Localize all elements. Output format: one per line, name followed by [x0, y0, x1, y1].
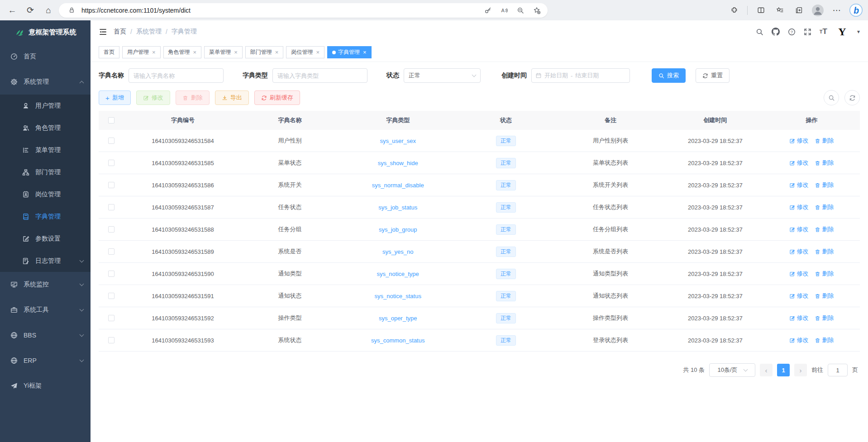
add-button[interactable]: + 新增	[99, 90, 131, 105]
tab-home[interactable]: 首页	[99, 46, 119, 58]
extensions-icon[interactable]	[726, 3, 742, 18]
browser-reload-icon[interactable]: ⟳	[23, 3, 38, 18]
row-edit-link[interactable]: 修改	[789, 181, 808, 189]
row-edit-link[interactable]: 修改	[789, 314, 808, 322]
row-delete-link[interactable]: 删除	[815, 225, 834, 233]
row-checkbox[interactable]	[108, 182, 114, 188]
refresh-cache-button[interactable]: 刷新缓存	[254, 90, 300, 105]
row-edit-link[interactable]: 修改	[789, 225, 808, 233]
tab-close-icon[interactable]: ×	[234, 49, 238, 56]
prev-page-button[interactable]: ‹	[760, 364, 773, 376]
sidebar-item-system-monitor[interactable]: 系统监控	[0, 272, 91, 297]
help-icon[interactable]: ?	[788, 28, 796, 36]
dict-type-link[interactable]: sys_normal_disable	[372, 182, 424, 189]
sidebar-collapse-icon[interactable]	[99, 28, 107, 36]
row-checkbox[interactable]	[108, 271, 114, 277]
row-delete-link[interactable]: 删除	[815, 159, 834, 167]
user-avatar-logo[interactable]: Y	[835, 25, 849, 38]
dict-type-link[interactable]: sys_show_hide	[378, 160, 418, 166]
row-edit-link[interactable]: 修改	[789, 137, 808, 145]
fullscreen-icon[interactable]	[804, 28, 811, 36]
sidebar-item-system-tools[interactable]: 系统工具	[0, 297, 91, 323]
breadcrumb-item[interactable]: 系统管理	[136, 28, 162, 36]
reset-button[interactable]: 重置	[696, 68, 730, 83]
dict-type-link[interactable]: sys_job_group	[379, 226, 417, 233]
split-screen-icon[interactable]	[753, 3, 768, 18]
sidebar-item-user-mgmt[interactable]: 用户管理	[0, 95, 91, 117]
collections-icon[interactable]	[791, 3, 806, 18]
sidebar-item-dict-mgmt[interactable]: 字典管理	[0, 205, 91, 228]
dict-type-link[interactable]: sys_notice_type	[377, 271, 419, 277]
row-edit-link[interactable]: 修改	[789, 270, 808, 278]
user-menu-caret-icon[interactable]: ▾	[857, 29, 860, 35]
tab-close-icon[interactable]: ×	[275, 49, 279, 56]
add-favorite-icon[interactable]	[530, 4, 543, 17]
bing-chat-icon[interactable]: b	[848, 3, 863, 18]
header-search-icon[interactable]	[756, 28, 763, 36]
url-bar[interactable]: https://ccnetcore.com:1101/system/dict A	[59, 3, 548, 18]
row-delete-link[interactable]: 删除	[815, 270, 834, 278]
row-edit-link[interactable]: 修改	[789, 247, 808, 256]
row-delete-link[interactable]: 删除	[815, 181, 834, 189]
dict-type-input[interactable]	[272, 68, 367, 83]
row-checkbox[interactable]	[108, 315, 114, 321]
read-aloud-icon[interactable]: A	[498, 4, 510, 17]
password-key-icon[interactable]	[482, 4, 494, 17]
dict-type-link[interactable]: sys_oper_type	[379, 315, 417, 322]
tab-dict-mgmt[interactable]: 字典管理 ×	[327, 46, 372, 58]
sidebar-item-log-mgmt[interactable]: 日志管理	[0, 250, 91, 272]
sidebar-item-menu-mgmt[interactable]: 菜单管理	[0, 139, 91, 161]
favorites-icon[interactable]	[772, 3, 787, 18]
dict-type-link[interactable]: sys_job_status	[378, 204, 417, 211]
tab-user-mgmt[interactable]: 用户管理 ×	[122, 46, 161, 58]
row-delete-link[interactable]: 删除	[815, 137, 834, 145]
search-button[interactable]: 搜索	[652, 68, 686, 83]
tab-close-icon[interactable]: ×	[363, 49, 367, 56]
row-checkbox[interactable]	[108, 293, 114, 299]
profile-avatar[interactable]	[810, 3, 825, 18]
sidebar-item-param-settings[interactable]: 参数设置	[0, 228, 91, 250]
github-icon[interactable]	[772, 28, 780, 36]
delete-button[interactable]: 删除	[176, 90, 210, 105]
dict-type-link[interactable]: sys_user_sex	[380, 138, 415, 144]
select-all-checkbox[interactable]	[108, 117, 114, 124]
row-checkbox[interactable]	[108, 204, 114, 210]
row-checkbox[interactable]	[108, 160, 114, 166]
status-select[interactable]: 正常	[404, 68, 481, 83]
toggle-search-icon[interactable]	[824, 90, 839, 105]
row-delete-link[interactable]: 删除	[815, 292, 834, 300]
dict-type-link[interactable]: sys_yes_no	[382, 248, 414, 255]
row-edit-link[interactable]: 修改	[789, 292, 808, 300]
zoom-out-icon[interactable]	[514, 4, 527, 17]
row-delete-link[interactable]: 删除	[815, 336, 834, 344]
sidebar-item-dept-mgmt[interactable]: 部门管理	[0, 161, 91, 183]
row-edit-link[interactable]: 修改	[789, 203, 808, 211]
dict-type-link[interactable]: sys_notice_status	[375, 293, 421, 299]
row-checkbox[interactable]	[108, 226, 114, 233]
tab-post-mgmt[interactable]: 岗位管理 ×	[286, 46, 324, 58]
sidebar-item-yi-framework[interactable]: Yi框架	[0, 373, 91, 399]
export-button[interactable]: 导出	[215, 90, 249, 105]
font-size-icon[interactable]: TT	[820, 27, 827, 36]
breadcrumb-item[interactable]: 字典管理	[172, 28, 197, 36]
next-page-button[interactable]: ›	[794, 364, 807, 376]
browser-home-icon[interactable]: ⌂	[41, 3, 56, 18]
create-time-range-picker[interactable]: 开始日期 - 结束日期	[531, 68, 630, 83]
sidebar-item-erp[interactable]: ERP	[0, 348, 91, 373]
tab-close-icon[interactable]: ×	[152, 49, 156, 56]
sidebar-item-system-mgmt[interactable]: 系统管理	[0, 69, 91, 95]
page-number-button[interactable]: 1	[777, 364, 790, 376]
page-size-select[interactable]: 10条/页	[709, 363, 755, 377]
tab-menu-mgmt[interactable]: 菜单管理 ×	[204, 46, 243, 58]
sidebar-item-role-mgmt[interactable]: 角色管理	[0, 117, 91, 139]
row-delete-link[interactable]: 删除	[815, 203, 834, 211]
row-delete-link[interactable]: 删除	[815, 247, 834, 256]
breadcrumb-item[interactable]: 首页	[114, 28, 126, 36]
tab-role-mgmt[interactable]: 角色管理 ×	[163, 46, 202, 58]
row-edit-link[interactable]: 修改	[789, 159, 808, 167]
browser-more-icon[interactable]: ⋯	[829, 3, 844, 18]
url-text[interactable]: https://ccnetcore.com:1101/system/dict	[81, 7, 478, 14]
goto-page-input[interactable]	[828, 364, 848, 376]
refresh-table-icon[interactable]	[844, 90, 860, 105]
row-checkbox[interactable]	[108, 138, 114, 144]
